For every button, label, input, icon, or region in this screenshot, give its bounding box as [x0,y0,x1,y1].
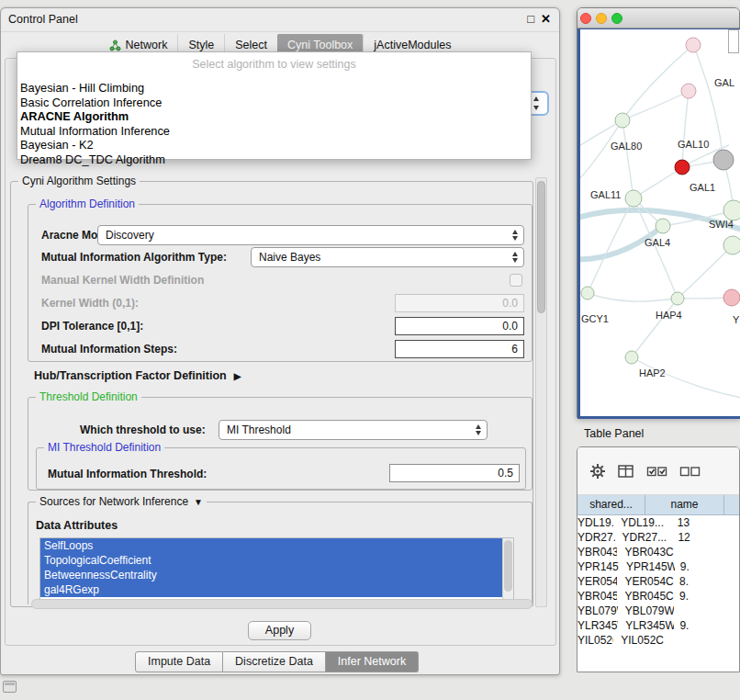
network-node[interactable] [625,190,642,207]
settings-horizontal-scrollbar[interactable] [31,599,533,609]
expand-arrow-icon: ▶ [234,371,241,381]
tab-infer-network[interactable]: Infer Network [326,651,419,672]
aracne-mode-select[interactable]: Discovery [97,225,524,245]
algorithm-option[interactable]: Mutual Information Inference [17,124,531,139]
network-node[interactable] [581,287,594,299]
attribute-item[interactable]: BetweennessCentrality [40,568,502,582]
network-canvas[interactable]: GALGAL80GAL10GAL11GAL1SWI4GAL4GCY1HAP4YH… [577,28,740,419]
network-node-label: GAL10 [678,139,709,150]
attribute-item[interactable]: SelfLoops [40,538,502,553]
zoom-light-icon[interactable] [611,13,622,24]
attributes-list[interactable]: SelfLoops TopologicalCoefficient Between… [39,537,514,602]
network-node[interactable] [671,292,684,305]
table-row[interactable]: YLR345W YLR345W 9. [577,618,739,633]
list-scrollbar[interactable] [502,538,513,601]
network-node-label: HAP4 [656,310,682,321]
header-cell[interactable]: shared... [577,495,645,514]
network-node[interactable] [656,219,670,233]
cell-value: 8. [674,574,739,589]
combo-down-icon [512,236,518,241]
cell-shared-name: YER054C [577,574,617,589]
table-row[interactable]: YPR145W YPR145W 9. [577,559,739,574]
hub-definition-toggle[interactable]: Hub/Transcription Factor Definition ▶ [34,369,241,382]
collapse-arrow-icon: ▼ [194,497,203,507]
algorithm-option[interactable]: Bayesian - K2 [17,138,531,152]
settings-vertical-scrollbar[interactable] [535,177,547,607]
which-threshold-select[interactable]: MI Threshold [219,420,488,440]
algorithm-option[interactable]: Bayesian - Hill Climbing [17,81,531,96]
which-threshold-label: Which threshold to use: [80,423,206,436]
network-icon [109,40,121,51]
network-node[interactable] [686,38,701,52]
network-node[interactable] [615,113,630,128]
spinner-up-icon [533,96,539,101]
table-row[interactable]: YBR045C YBR045C 9. [577,589,739,604]
select-all-icon[interactable] [646,463,668,480]
network-node[interactable] [681,84,696,98]
network-titlebar[interactable] [577,8,739,28]
combo-down-icon [476,431,481,435]
network-node[interactable] [723,289,740,306]
scrollbar-thumb[interactable] [537,181,545,313]
network-node[interactable] [625,351,638,364]
cell-name: YBR043C [617,545,674,559]
attribute-item[interactable]: gal4RGexp [40,582,502,597]
cell-name: YDL19... [613,515,671,530]
dpi-tolerance-field[interactable]: 0.0 [395,317,524,335]
cell-value [674,604,739,618]
cell-value: 9. [675,559,739,574]
table-row[interactable]: YBL079W YBL079W [577,604,739,618]
network-node[interactable] [723,236,740,254]
cell-shared-name: YBR045C [577,589,617,604]
mi-threshold-group: MI Threshold Definition Mutual Informati… [36,447,526,490]
network-node[interactable] [723,200,740,220]
deselect-all-icon[interactable] [679,463,701,480]
cyni-mode-tabs: Impute Data Discretize Data Infer Networ… [135,651,419,672]
mi-steps-label: Mutual Information Steps: [41,343,177,356]
cell-value: 13 [672,515,739,530]
control-panel-titlebar[interactable]: Control Panel □ ✕ [1,8,559,32]
scrollbar-thumb[interactable] [504,540,512,592]
table-row[interactable]: YDL19... YDL19... 13 [577,515,739,530]
table-row[interactable]: YIL052C YIL052C [577,633,739,648]
sources-legend[interactable]: Sources for Network Inference ▼ [36,495,207,508]
cell-value: 12 [672,530,739,545]
cell-value [672,633,739,648]
table-row[interactable]: YBR043C YBR043C [577,545,739,559]
cyni-algorithm-settings-group: Cyni Algorithm Settings Algorithm Defini… [10,181,533,607]
network-graph: GALGAL80GAL10GAL11GAL1SWI4GAL4GCY1HAP4YH… [580,29,740,417]
columns-icon[interactable] [617,463,635,480]
network-node[interactable] [713,150,734,170]
network-scroll-corner[interactable] [728,29,739,53]
apply-button[interactable]: Apply [248,621,311,640]
close-icon[interactable]: ✕ [541,12,551,26]
settings-legend: Cyni Algorithm Settings [18,175,140,187]
close-light-icon[interactable] [580,13,591,24]
minimize-light-icon[interactable] [596,13,607,24]
restore-icon[interactable]: □ [527,12,534,26]
table-row[interactable]: YDR27... YDR27... 12 [577,530,739,545]
algorithm-option[interactable]: ARACNE Algorithm [17,109,531,124]
gear-icon[interactable] [589,463,606,480]
combo-up-icon [476,424,481,429]
mi-steps-field[interactable]: 6 [395,340,524,358]
header-cell[interactable] [724,495,739,514]
table-header: shared... name [577,495,739,515]
attribute-item[interactable]: TopologicalCoefficient [40,553,502,568]
mi-type-select[interactable]: Naive Bayes [251,247,524,267]
tab-discretize-data[interactable]: Discretize Data [223,651,326,672]
tab-impute-data[interactable]: Impute Data [135,651,223,672]
table-row[interactable]: YER054C YER054C 8. [577,574,739,589]
tab-label: Network [126,39,168,51]
algorithm-option[interactable]: Dream8 DC_TDC Algorithm [17,152,531,167]
cell-value: 9. [674,589,739,604]
cell-value: 9. [674,618,739,633]
window-title: Control Panel [8,13,78,26]
network-node[interactable] [675,160,690,175]
mi-threshold-field[interactable]: 0.5 [389,464,520,482]
network-view-window: GALGAL80GAL10GAL11GAL1SWI4GAL4GCY1HAP4YH… [577,7,740,418]
algorithm-option[interactable]: Basic Correlation Inference [17,96,531,110]
header-cell[interactable]: name [645,495,724,514]
minimized-panel-icon[interactable] [3,681,17,693]
cell-shared-name: YDR27... [577,530,615,545]
